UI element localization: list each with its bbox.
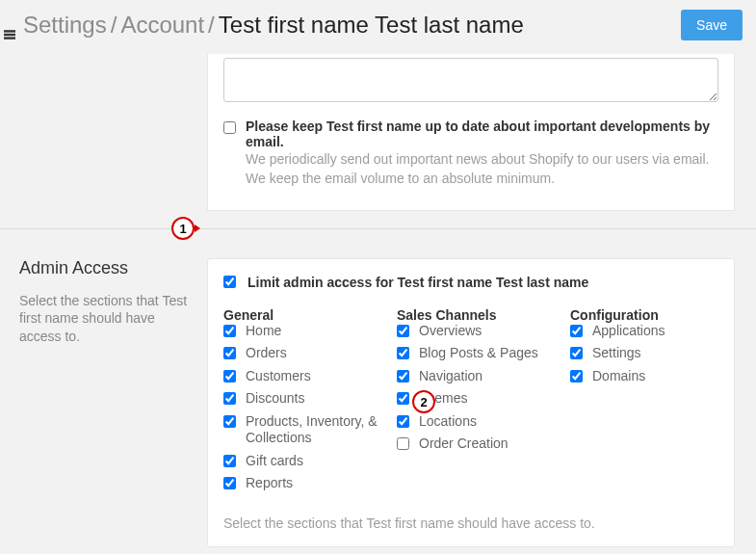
svg-rect-2 [4, 37, 15, 39]
perm-blog: Blog Posts & Pages [397, 345, 570, 362]
perm-domains-label: Domains [592, 368, 645, 385]
perm-products-label: Products, Inventory, & Collections [246, 413, 397, 447]
permission-columns: General Home Orders Customers Discounts … [223, 307, 718, 498]
perm-order-creation-checkbox[interactable] [397, 437, 409, 450]
admin-help-text: Select the sections that Test first name… [223, 515, 718, 531]
admin-access-sidebar: Admin Access Select the sections that Te… [19, 258, 207, 547]
perm-themes: Themes [397, 390, 570, 408]
bio-section-tail: Please keep Test first name up to date a… [0, 54, 756, 229]
perm-domains-checkbox[interactable] [570, 370, 583, 383]
email-optin-label: Please keep Test first name up to date a… [246, 119, 718, 149]
perm-navigation-label: Navigation [419, 368, 482, 385]
perm-orders-checkbox[interactable] [223, 347, 236, 359]
perm-overviews-checkbox[interactable] [397, 325, 409, 337]
perm-discounts-label: Discounts [246, 390, 304, 408]
perm-order-creation-label: Order Creation [419, 435, 508, 453]
perm-customers-label: Customers [246, 368, 311, 385]
limit-access-row: Limit admin access for Test first name T… [223, 275, 718, 290]
perm-products: Products, Inventory, & Collections [223, 413, 397, 447]
breadcrumb-settings[interactable]: Settings [23, 12, 107, 39]
perm-reports: Reports [223, 475, 397, 492]
perm-overviews: Overviews [397, 323, 570, 340]
perm-col-sales-title: Sales Channels [397, 307, 570, 323]
perm-reports-checkbox[interactable] [223, 477, 236, 489]
save-button[interactable]: Save [681, 10, 743, 40]
perm-giftcards: Gift cards [223, 453, 397, 470]
bio-textarea[interactable] [223, 58, 718, 102]
perm-themes-label: Themes [419, 390, 468, 408]
bio-card: Please keep Test first name up to date a… [207, 54, 735, 211]
admin-access-title: Admin Access [19, 258, 188, 278]
breadcrumb-account[interactable]: Account [120, 12, 204, 39]
email-optin-desc: We periodically send out important news … [246, 149, 718, 189]
menu-icon [4, 19, 15, 31]
admin-access-desc: Select the sections that Test first name… [19, 292, 188, 347]
perm-home: Home [223, 323, 397, 340]
perm-customers-checkbox[interactable] [223, 370, 236, 383]
perm-locations-checkbox[interactable] [397, 415, 409, 428]
perm-giftcards-checkbox[interactable] [223, 455, 236, 467]
perm-products-checkbox[interactable] [223, 415, 236, 428]
breadcrumb-sep-2: / [204, 12, 219, 39]
perm-customers: Customers [223, 368, 397, 385]
perm-blog-checkbox[interactable] [397, 347, 409, 359]
perm-col-config-title: Configuration [570, 307, 718, 323]
svg-rect-0 [4, 30, 15, 32]
perm-navigation-checkbox[interactable] [397, 370, 409, 383]
perm-themes-checkbox[interactable] [397, 392, 409, 405]
breadcrumb: Settings / Account / Test first name Tes… [4, 12, 524, 39]
perm-col-config: Configuration Applications Settings Doma… [570, 307, 718, 498]
admin-access-card: Limit admin access for Test first name T… [207, 258, 735, 547]
perm-domains: Domains [570, 368, 718, 385]
perm-discounts-checkbox[interactable] [223, 392, 236, 405]
perm-home-checkbox[interactable] [223, 325, 236, 337]
perm-applications-label: Applications [592, 323, 665, 340]
perm-settings-checkbox[interactable] [570, 347, 583, 359]
limit-access-label: Limit admin access for Test first name T… [248, 275, 588, 290]
perm-settings: Settings [570, 345, 718, 362]
perm-locations-label: Locations [419, 413, 477, 431]
perm-applications: Applications [570, 323, 718, 340]
perm-settings-label: Settings [592, 345, 641, 362]
perm-navigation: Navigation [397, 368, 570, 385]
perm-overviews-label: Overviews [419, 323, 482, 340]
perm-col-general: General Home Orders Customers Discounts … [223, 307, 397, 498]
perm-orders: Orders [223, 345, 397, 362]
perm-col-general-title: General [223, 307, 397, 323]
page-header: Settings / Account / Test first name Tes… [0, 0, 756, 54]
email-optin-row: Please keep Test first name up to date a… [223, 119, 718, 189]
perm-locations: Locations [397, 413, 570, 431]
perm-order-creation: Order Creation [397, 435, 570, 453]
perm-home-label: Home [246, 323, 281, 340]
perm-applications-checkbox[interactable] [570, 325, 583, 337]
perm-discounts: Discounts [223, 390, 397, 408]
svg-rect-1 [4, 34, 15, 36]
breadcrumb-sep-1: / [107, 12, 121, 39]
perm-blog-label: Blog Posts & Pages [419, 345, 538, 362]
perm-reports-label: Reports [246, 475, 293, 492]
email-optin-checkbox[interactable] [223, 121, 236, 134]
admin-access-section: Admin Access Select the sections that Te… [0, 229, 756, 554]
breadcrumb-current: Test first name Test last name [219, 12, 524, 39]
perm-orders-label: Orders [246, 345, 287, 362]
perm-giftcards-label: Gift cards [246, 453, 303, 470]
perm-col-sales: Sales Channels Overviews Blog Posts & Pa… [397, 307, 570, 498]
limit-access-checkbox[interactable] [223, 276, 236, 288]
